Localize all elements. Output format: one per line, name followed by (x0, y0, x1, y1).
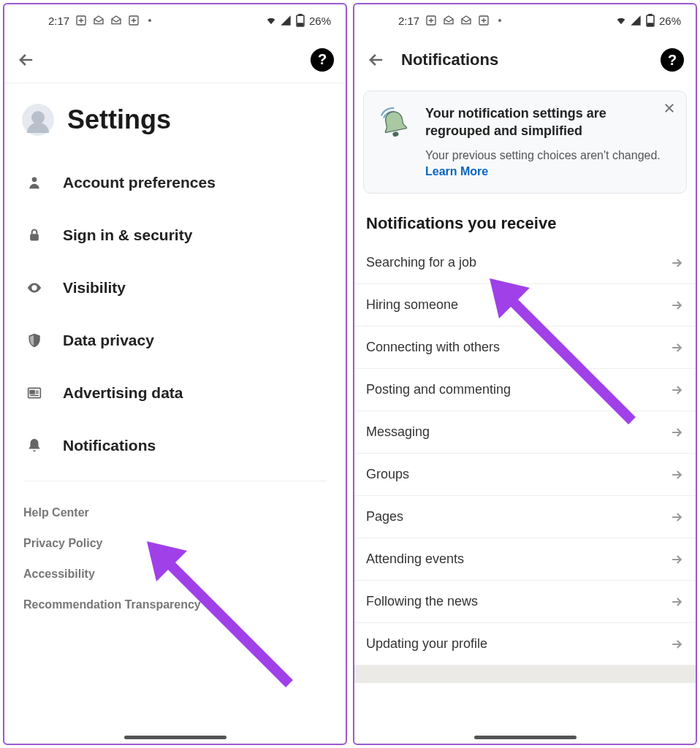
back-button[interactable] (366, 50, 387, 70)
eye-icon (25, 280, 44, 296)
chevron-right-icon (669, 637, 684, 652)
status-icon-mail2 (110, 15, 122, 26)
footer-link-recommendation-transparency[interactable]: Recommendation Transparency (23, 589, 327, 620)
svg-rect-17 (649, 14, 652, 15)
notif-item-label: Hiring someone (366, 297, 458, 313)
chevron-right-icon (669, 256, 684, 270)
info-banner: Your notification settings are regrouped… (363, 91, 687, 194)
footer-links: Help Center Privacy Policy Accessibility… (4, 484, 346, 633)
status-icon-app1 (75, 15, 87, 26)
notif-item-label: Updating your profile (366, 636, 487, 652)
wifi-icon (265, 15, 277, 26)
notif-item-label: Connecting with others (366, 340, 500, 355)
chevron-right-icon (669, 298, 684, 313)
battery-percent: 26% (659, 15, 681, 27)
notif-item-label: Attending events (366, 552, 464, 567)
home-indicator[interactable] (474, 736, 577, 739)
svg-point-19 (392, 131, 399, 137)
wifi-icon (615, 15, 627, 26)
home-indicator[interactable] (124, 736, 227, 739)
footer-link-accessibility[interactable]: Accessibility (23, 559, 327, 589)
close-banner-button[interactable] (663, 102, 676, 115)
settings-item-account-preferences[interactable]: Account preferences (4, 156, 346, 209)
notif-item-following-the-news[interactable]: Following the news (354, 581, 696, 623)
chevron-right-icon (669, 595, 684, 609)
notif-item-label: Searching for a job (366, 255, 476, 270)
settings-item-visibility[interactable]: Visibility (4, 262, 346, 314)
screen-notifications: 2:17 26% (353, 3, 697, 745)
chevron-right-icon (669, 425, 684, 440)
settings-item-data-privacy[interactable]: Data privacy (4, 314, 346, 367)
avatar[interactable] (22, 104, 54, 136)
settings-item-label: Advertising data (63, 384, 183, 402)
chevron-right-icon (669, 468, 684, 482)
status-icon-app2 (478, 15, 490, 26)
section-title: Notifications you receive (354, 201, 696, 242)
back-button[interactable] (16, 50, 37, 70)
settings-item-label: Visibility (63, 279, 126, 297)
signal-icon (280, 15, 292, 26)
chevron-right-icon (669, 340, 684, 355)
status-more-dot (498, 19, 501, 22)
notif-item-label: Following the news (366, 594, 478, 609)
notif-item-hiring-someone[interactable]: Hiring someone (354, 284, 696, 327)
notif-item-pages[interactable]: Pages (354, 496, 696, 538)
newspaper-icon (25, 386, 44, 400)
status-icon-mail1 (93, 15, 104, 26)
shield-icon (25, 332, 44, 349)
settings-title-row: Settings (4, 83, 346, 150)
notif-item-label: Posting and commenting (366, 382, 511, 397)
footer-link-help-center[interactable]: Help Center (23, 497, 327, 528)
app-header: ? (4, 37, 346, 83)
status-icon-mail2 (460, 15, 472, 26)
battery-icon (644, 15, 656, 26)
bell-icon (25, 437, 44, 454)
settings-item-sign-in-security[interactable]: Sign in & security (4, 209, 346, 262)
status-icon-app2 (128, 15, 140, 26)
person-icon (25, 175, 44, 191)
settings-item-notifications[interactable]: Notifications (4, 419, 346, 472)
settings-item-advertising-data[interactable]: Advertising data (4, 367, 346, 419)
banner-subtitle: Your previous setting choices aren't cha… (425, 148, 674, 180)
svg-rect-9 (30, 391, 34, 394)
status-icon-mail1 (443, 15, 454, 26)
learn-more-link[interactable]: Learn More (425, 165, 488, 178)
footer-link-privacy-policy[interactable]: Privacy Policy (23, 528, 327, 559)
notif-item-groups[interactable]: Groups (354, 454, 696, 496)
status-time: 2:17 (48, 15, 69, 27)
svg-point-7 (33, 286, 36, 289)
settings-item-label: Notifications (63, 437, 156, 454)
svg-rect-18 (647, 23, 653, 26)
notif-item-label: Groups (366, 467, 409, 482)
chevron-right-icon (669, 510, 684, 524)
svg-point-5 (32, 178, 37, 183)
app-header: Notifications ? (354, 37, 696, 83)
svg-rect-3 (299, 14, 302, 15)
battery-percent: 26% (309, 15, 331, 27)
svg-rect-6 (30, 234, 39, 240)
chevron-right-icon (669, 383, 684, 397)
lock-icon (25, 227, 44, 243)
notif-item-searching-for-a-job[interactable]: Searching for a job (354, 242, 696, 284)
status-bar: 2:17 26% (354, 4, 696, 37)
help-button[interactable]: ? (661, 48, 684, 72)
notif-item-attending-events[interactable]: Attending events (354, 538, 696, 581)
settings-item-label: Account preferences (63, 174, 216, 191)
notification-categories-list: Searching for a job Hiring someone Conne… (354, 242, 696, 665)
settings-item-label: Data privacy (63, 332, 154, 349)
notif-item-label: Messaging (366, 424, 430, 440)
notif-item-label: Pages (366, 509, 403, 524)
status-icon-app1 (425, 15, 437, 26)
help-button[interactable]: ? (311, 48, 334, 72)
status-time: 2:17 (398, 15, 419, 27)
notif-item-messaging[interactable]: Messaging (354, 411, 696, 454)
chevron-right-icon (669, 552, 684, 567)
notif-item-updating-your-profile[interactable]: Updating your profile (354, 623, 696, 665)
notif-item-connecting-with-others[interactable]: Connecting with others (354, 327, 696, 369)
svg-rect-4 (297, 23, 303, 26)
battery-icon (294, 15, 306, 26)
status-bar: 2:17 26% (4, 4, 346, 37)
notif-item-posting-and-commenting[interactable]: Posting and commenting (354, 369, 696, 411)
settings-list: Account preferences Sign in & security V… (4, 150, 346, 478)
page-title: Settings (67, 104, 171, 135)
